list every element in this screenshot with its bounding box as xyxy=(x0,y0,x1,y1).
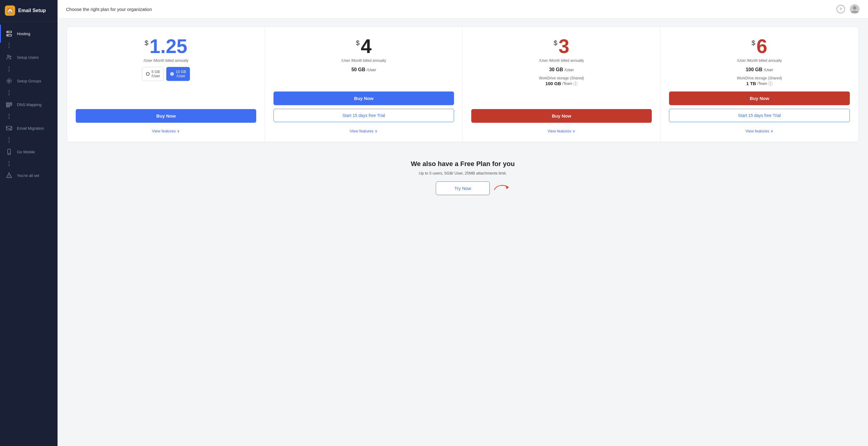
workdrive-storage-3: 100 GB /Team i xyxy=(546,81,578,86)
view-features-4[interactable]: View features ∨ xyxy=(745,126,774,133)
billing-text-2: /User /Month billed annually xyxy=(341,58,386,63)
sidebar: 🏠 Email Setup Hosting Setup Users xyxy=(0,0,58,446)
setup-users-label: Setup Users xyxy=(17,55,39,60)
free-plan-subtitle: Up to 5 users, 5GB/ User, 25MB attachmen… xyxy=(67,171,858,175)
help-button[interactable]: ? xyxy=(837,5,845,13)
trial-button-2[interactable]: Start 15 days free Trial xyxy=(274,109,454,122)
hosting-label: Hosting xyxy=(17,31,30,36)
nav-connector-3 xyxy=(9,90,9,95)
plan-card-3: $ 3 /User /Month billed annually 30 GB /… xyxy=(463,27,660,142)
price-value-3: 3 xyxy=(558,37,569,56)
svg-point-6 xyxy=(8,80,10,82)
plan-card-1: $ 1.25 /User /Month billed annually 5 GB… xyxy=(67,27,265,142)
user-avatar[interactable] xyxy=(850,4,860,14)
trial-button-4[interactable]: Start 15 days free Trial xyxy=(669,109,850,122)
buy-button-1[interactable]: Buy Now xyxy=(76,109,256,123)
chevron-down-icon-1: ∨ xyxy=(177,129,180,133)
topbar-right: ? xyxy=(837,4,860,14)
buy-button-4[interactable]: Buy Now xyxy=(669,91,850,105)
price-value-2: 4 xyxy=(361,37,372,56)
billing-text-4: /User /Month billed annually xyxy=(737,58,782,63)
main-content: Choose the right plan for your organizat… xyxy=(58,0,868,446)
svg-point-16 xyxy=(9,177,9,177)
hosting-icon xyxy=(5,29,13,38)
plan-card-4: $ 6 /User /Month billed annually 100 GB … xyxy=(660,27,858,142)
sidebar-item-dns-mapping[interactable]: DNS Mapping xyxy=(0,95,58,114)
price-dollar-2: $ xyxy=(356,39,360,47)
info-icon-4[interactable]: i xyxy=(768,82,773,86)
price-row-1: $ 1.25 xyxy=(145,37,187,56)
sidebar-item-setup-groups[interactable]: Setup Groups xyxy=(0,72,58,90)
setup-groups-icon xyxy=(5,77,13,85)
radio-10gb xyxy=(170,72,174,76)
view-features-3[interactable]: View features ∨ xyxy=(548,126,576,133)
app-title: Email Setup xyxy=(18,8,46,13)
chevron-down-icon-2: ∨ xyxy=(375,129,378,133)
go-mobile-label: Go Mobile xyxy=(17,150,35,154)
svg-point-7 xyxy=(7,79,11,83)
storage-highlight-3: 30 GB /User xyxy=(549,67,574,72)
setup-users-icon xyxy=(5,53,13,61)
svg-point-5 xyxy=(10,56,11,57)
svg-rect-8 xyxy=(6,103,12,104)
storage-option-10gb[interactable]: 10 GB/User xyxy=(166,67,190,81)
view-features-1[interactable]: View features ∨ xyxy=(152,126,180,133)
svg-point-4 xyxy=(7,55,9,57)
sidebar-item-hosting[interactable]: Hosting xyxy=(0,25,58,43)
email-migration-label: Email Migration xyxy=(17,126,44,130)
svg-rect-9 xyxy=(6,104,12,106)
svg-rect-0 xyxy=(7,31,12,33)
chevron-down-icon-4: ∨ xyxy=(771,129,774,133)
arrow-decoration xyxy=(493,183,511,194)
radio-5gb xyxy=(146,72,150,76)
plans-container: $ 1.25 /User /Month billed annually 5 GB… xyxy=(67,27,858,142)
sidebar-item-go-mobile[interactable]: Go Mobile xyxy=(0,143,58,161)
email-migration-icon xyxy=(5,124,13,132)
info-icon-3[interactable]: i xyxy=(573,82,578,86)
nav-connector-2 xyxy=(9,66,9,72)
buy-button-3[interactable]: Buy Now xyxy=(471,109,652,123)
svg-rect-11 xyxy=(6,126,12,130)
sidebar-item-youre-all-set[interactable]: You're all set xyxy=(0,166,58,184)
storage-option-5gb[interactable]: 5 GB/User xyxy=(142,67,164,81)
free-plan-title: We also have a Free Plan for you xyxy=(67,160,858,168)
page-title: Choose the right plan for your organizat… xyxy=(66,7,152,12)
sidebar-header: 🏠 Email Setup xyxy=(0,0,58,22)
workdrive-label-4: WorkDrive storage (Shared) xyxy=(737,76,782,80)
view-features-2[interactable]: View features ∨ xyxy=(350,126,378,133)
try-now-button[interactable]: Try Now xyxy=(436,181,489,195)
plan-card-2: $ 4 /User /Month billed annually 50 GB /… xyxy=(265,27,463,142)
free-plan-section: We also have a Free Plan for you Up to 5… xyxy=(67,154,858,204)
sidebar-item-setup-users[interactable]: Setup Users xyxy=(0,48,58,66)
nav-connector-5 xyxy=(9,137,9,143)
nav-connector-4 xyxy=(9,114,9,119)
price-row-3: $ 3 xyxy=(554,37,569,56)
price-dollar-1: $ xyxy=(145,39,148,47)
billing-text-3: /User /Month billed annually xyxy=(539,58,584,63)
go-mobile-icon xyxy=(5,148,13,156)
storage-highlight-2: 50 GB /User xyxy=(351,67,376,72)
storage-options-1: 5 GB/User 10 GB/User xyxy=(142,67,190,81)
price-dollar-4: $ xyxy=(752,39,755,47)
svg-point-13 xyxy=(9,153,9,154)
price-dollar-3: $ xyxy=(554,39,557,47)
svg-rect-1 xyxy=(7,34,12,36)
dns-mapping-icon xyxy=(5,100,13,109)
svg-point-18 xyxy=(853,6,857,10)
free-plan-cta-container: Try Now xyxy=(436,181,489,195)
price-row-2: $ 4 xyxy=(356,37,372,56)
price-value-4: 6 xyxy=(756,37,768,56)
nav-connector-6 xyxy=(9,161,9,166)
help-icon-text: ? xyxy=(840,7,842,11)
storage-highlight-4: 100 GB /User xyxy=(746,67,773,72)
youre-all-set-icon xyxy=(5,171,13,180)
setup-groups-label: Setup Groups xyxy=(17,79,41,83)
billing-text-1: /User /Month billed annually xyxy=(144,58,188,63)
workdrive-storage-4: 1 TB /Team i xyxy=(746,81,773,86)
sidebar-item-email-migration[interactable]: Email Migration xyxy=(0,119,58,137)
youre-all-set-label: You're all set xyxy=(17,173,39,178)
sidebar-nav: Hosting Setup Users Setup Groups xyxy=(0,22,58,446)
buy-button-2[interactable]: Buy Now xyxy=(274,91,454,105)
topbar: Choose the right plan for your organizat… xyxy=(58,0,868,19)
price-value-1: 1.25 xyxy=(150,37,187,56)
